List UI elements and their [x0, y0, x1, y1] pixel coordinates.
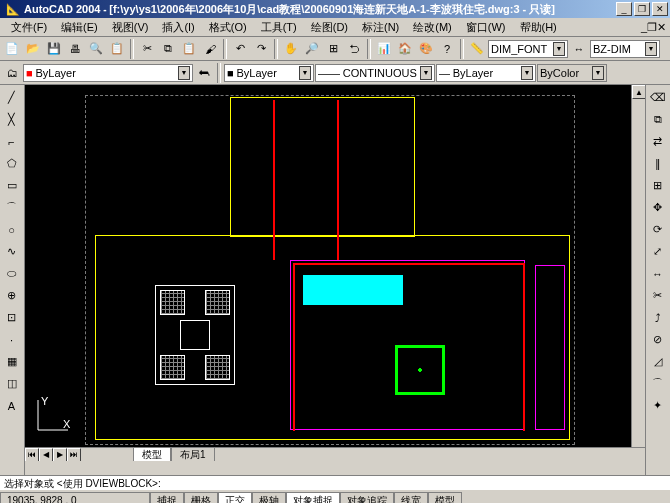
layer-prev-icon[interactable]: ⮪ — [194, 63, 214, 83]
color-combo[interactable]: ■ ByLayer▼ — [224, 64, 314, 82]
menu-view[interactable]: 视图(V) — [105, 18, 156, 37]
status-bar: 19035, 9828 , 0 捕捉 栅格 正交 极轴 对象捕捉 对象追踪 线宽… — [0, 489, 670, 503]
layer-mgr-icon[interactable]: 🗂 — [2, 63, 22, 83]
new-icon[interactable]: 📄 — [2, 39, 22, 59]
save-icon[interactable]: 💾 — [44, 39, 64, 59]
toolpal-icon[interactable]: 🎨 — [416, 39, 436, 59]
dcenter-icon[interactable]: 🏠 — [395, 39, 415, 59]
menu-draw[interactable]: 绘图(D) — [304, 18, 355, 37]
osnap-toggle[interactable]: 对象捕捉 — [286, 492, 340, 504]
publish-icon[interactable]: 📋 — [107, 39, 127, 59]
block-icon[interactable]: ⊡ — [1, 307, 22, 328]
zoom-win-icon[interactable]: ⊞ — [323, 39, 343, 59]
point-icon[interactable]: · — [1, 329, 22, 350]
vertical-scrollbar[interactable]: ▲▼ — [631, 85, 645, 461]
tab-prev-button[interactable]: ◀ — [39, 448, 53, 462]
move-icon[interactable]: ✥ — [647, 197, 668, 218]
doc-close-button[interactable]: ✕ — [657, 21, 666, 34]
paste-icon[interactable]: 📋 — [179, 39, 199, 59]
svg-text:X: X — [63, 418, 71, 430]
menu-dim[interactable]: 标注(N) — [355, 18, 406, 37]
match-icon[interactable]: 🖌 — [200, 39, 220, 59]
maximize-button[interactable]: ❐ — [634, 2, 650, 16]
modify-toolbar: ⌫ ⧉ ⇄ ‖ ⊞ ✥ ⟳ ⤢ ↔ ✂ ⤴ ⊘ ◿ ⌒ ✦ — [645, 85, 670, 475]
mirror-icon[interactable]: ⇄ — [647, 131, 668, 152]
explode-icon[interactable]: ✦ — [647, 395, 668, 416]
tab-first-button[interactable]: ⏮ — [25, 448, 39, 462]
menu-insert[interactable]: 插入(I) — [155, 18, 201, 37]
otrack-toggle[interactable]: 对象追踪 — [340, 492, 394, 504]
dimstyle2-combo[interactable]: BZ-DIM▼ — [590, 40, 660, 58]
draw-toolbar: ╱ ╳ ⌐ ⬠ ▭ ⌒ ○ ∿ ⬭ ⊕ ⊡ · ▦ ◫ A — [0, 85, 25, 475]
line-icon[interactable]: ╱ — [1, 87, 22, 108]
xline-icon[interactable]: ╳ — [1, 109, 22, 130]
model-toggle[interactable]: 模型 — [428, 492, 462, 504]
menu-modify[interactable]: 绘改(M) — [406, 18, 459, 37]
menu-file[interactable]: 文件(F) — [4, 18, 54, 37]
scale-icon[interactable]: ⤢ — [647, 241, 668, 262]
dimstyle-icon[interactable]: 📏 — [467, 39, 487, 59]
chamfer-icon[interactable]: ◿ — [647, 351, 668, 372]
circle-icon[interactable]: ○ — [1, 219, 22, 240]
props-icon[interactable]: 📊 — [374, 39, 394, 59]
layer-combo[interactable]: ■ ByLayer▼ — [23, 64, 193, 82]
preview-icon[interactable]: 🔍 — [86, 39, 106, 59]
drawing-canvas[interactable]: YX ▲▼ ⏮ ◀ ▶ ⏭ 模型 布局1 — [25, 85, 645, 475]
pline-icon[interactable]: ⌐ — [1, 131, 22, 152]
copy-icon[interactable]: ⧉ — [158, 39, 178, 59]
redo-icon[interactable]: ↷ — [251, 39, 271, 59]
snap-toggle[interactable]: 捕捉 — [150, 492, 184, 504]
tab-next-button[interactable]: ▶ — [53, 448, 67, 462]
region-icon[interactable]: ◫ — [1, 373, 22, 394]
text-icon[interactable]: A — [1, 395, 22, 416]
properties-toolbar: 🗂 ■ ByLayer▼ ⮪ ■ ByLayer▼ —— CONTINUOUS▼… — [0, 61, 670, 85]
zoom-rt-icon[interactable]: 🔎 — [302, 39, 322, 59]
menu-window[interactable]: 窗口(W) — [459, 18, 513, 37]
plotstyle-combo[interactable]: ByColor▼ — [537, 64, 607, 82]
close-button[interactable]: ✕ — [652, 2, 668, 16]
lineweight-combo[interactable]: — ByLayer▼ — [436, 64, 536, 82]
insert-icon[interactable]: ⊕ — [1, 285, 22, 306]
menu-edit[interactable]: 编辑(E) — [54, 18, 105, 37]
extend-icon[interactable]: ⤴ — [647, 307, 668, 328]
undo-icon[interactable]: ↶ — [230, 39, 250, 59]
polygon-icon[interactable]: ⬠ — [1, 153, 22, 174]
fillet-icon[interactable]: ⌒ — [647, 373, 668, 394]
ellipse-icon[interactable]: ⬭ — [1, 263, 22, 284]
print-icon[interactable]: 🖶 — [65, 39, 85, 59]
polar-toggle[interactable]: 极轴 — [252, 492, 286, 504]
menu-tools[interactable]: 工具(T) — [254, 18, 304, 37]
ucs-icon: YX — [33, 395, 73, 437]
array-icon[interactable]: ⊞ — [647, 175, 668, 196]
hatch-icon[interactable]: ▦ — [1, 351, 22, 372]
dimstyle-combo[interactable]: DIM_FONT▼ — [488, 40, 568, 58]
open-icon[interactable]: 📂 — [23, 39, 43, 59]
menu-help[interactable]: 帮助(H) — [513, 18, 564, 37]
rotate-icon[interactable]: ⟳ — [647, 219, 668, 240]
rect-icon[interactable]: ▭ — [1, 175, 22, 196]
stretch-icon[interactable]: ↔ — [647, 263, 668, 284]
pan-icon[interactable]: ✋ — [281, 39, 301, 59]
copy-obj-icon[interactable]: ⧉ — [647, 109, 668, 130]
workspace: ╱ ╳ ⌐ ⬠ ▭ ⌒ ○ ∿ ⬭ ⊕ ⊡ · ▦ ◫ A — [0, 85, 670, 475]
menu-format[interactable]: 格式(O) — [202, 18, 254, 37]
erase-icon[interactable]: ⌫ — [647, 87, 668, 108]
zoom-prev-icon[interactable]: ⮌ — [344, 39, 364, 59]
offset-icon[interactable]: ‖ — [647, 153, 668, 174]
coords-display: 19035, 9828 , 0 — [0, 492, 150, 504]
dim-tool-icon[interactable]: ↔ — [569, 39, 589, 59]
help-icon[interactable]: ? — [437, 39, 457, 59]
spline-icon[interactable]: ∿ — [1, 241, 22, 262]
command-line[interactable]: 选择对象或 <使用 DVIEWBLOCK>: — [0, 475, 670, 489]
grid-toggle[interactable]: 栅格 — [184, 492, 218, 504]
ortho-toggle[interactable]: 正交 — [218, 492, 252, 504]
doc-restore-button[interactable]: ❐ — [647, 21, 657, 34]
arc-icon[interactable]: ⌒ — [1, 197, 22, 218]
tab-last-button[interactable]: ⏭ — [67, 448, 81, 462]
trim-icon[interactable]: ✂ — [647, 285, 668, 306]
linetype-combo[interactable]: —— CONTINUOUS▼ — [315, 64, 435, 82]
cut-icon[interactable]: ✂ — [137, 39, 157, 59]
minimize-button[interactable]: _ — [616, 2, 632, 16]
lwt-toggle[interactable]: 线宽 — [394, 492, 428, 504]
break-icon[interactable]: ⊘ — [647, 329, 668, 350]
